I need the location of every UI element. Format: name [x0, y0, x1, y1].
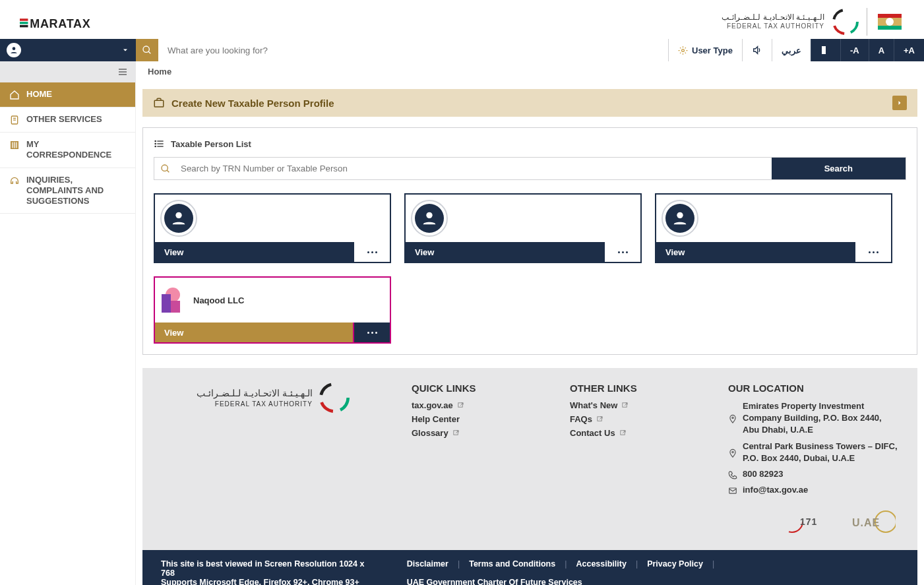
footer-link-glossary[interactable]: Glossary	[412, 428, 543, 438]
company-logo-icon	[159, 288, 184, 313]
legal-link-charter[interactable]: UAE Government Charter Of Future Service…	[407, 578, 582, 585]
sidebar-item-inquiries[interactable]: INQUIRIES, COMPLAINTS AND SUGGESTIONS	[0, 168, 135, 214]
svg-point-11	[886, 18, 894, 26]
svg-rect-9	[878, 14, 902, 18]
person-search-button[interactable]: Search	[772, 158, 906, 179]
svg-rect-2	[20, 22, 28, 24]
view-button[interactable]: View	[406, 242, 603, 262]
svg-point-30	[154, 143, 156, 145]
footer-link-faqs[interactable]: FAQs	[570, 414, 702, 424]
person-card: View	[404, 193, 642, 263]
legal-link-accessibility[interactable]: Accessibility	[576, 559, 626, 569]
legal-links: Disclaimer| Terms and Conditions| Access…	[407, 559, 899, 585]
footer-link-help[interactable]: Help Center	[412, 414, 543, 424]
avatar	[160, 200, 197, 237]
language-toggle[interactable]: عربي	[772, 39, 811, 61]
sidebar-item-other-services[interactable]: OTHER SERVICES	[0, 108, 135, 133]
svg-rect-45	[598, 417, 601, 421]
view-button[interactable]: View	[155, 323, 353, 342]
footer-other-links: OTHER LINKS What's New FAQs Contact Us	[570, 383, 702, 536]
sidebar-item-label: MY CORRESPONDENCE	[26, 139, 126, 161]
search-icon-wrap	[154, 158, 177, 179]
create-profile-go-button[interactable]	[892, 96, 907, 110]
search-icon	[142, 45, 152, 55]
svg-rect-19	[119, 71, 127, 72]
taxable-person-panel: Taxable Person List Search	[142, 127, 917, 355]
svg-rect-1	[20, 18, 28, 20]
footer: الـهـيـئـة الاتحـاديـة لـلـضـرائـب FEDER…	[142, 368, 917, 550]
speaker-icon	[752, 45, 762, 55]
footer-link-taxgov[interactable]: tax.gov.ae	[412, 400, 543, 410]
external-link-icon	[457, 402, 464, 409]
authority-name-ar: الـهـيـئـة الاتحـاديـة لـلـضـرائـب	[722, 13, 824, 22]
card-more-button[interactable]	[353, 242, 390, 262]
create-profile-bar[interactable]: Create New Taxable Person Profile	[142, 89, 917, 117]
svg-point-12	[13, 47, 16, 50]
user-type-label: User Type	[692, 46, 733, 55]
pin-icon	[728, 442, 737, 464]
person-icon	[420, 209, 439, 228]
panel-title-row: Taxable Person List	[154, 139, 906, 149]
external-link-icon	[619, 429, 627, 437]
svg-rect-27	[154, 100, 164, 107]
card-more-button[interactable]	[854, 242, 891, 262]
sidebar-item-correspondence[interactable]: MY CORRESPONDENCE	[0, 133, 135, 168]
legal-bar: This site is best viewed in Screen Resol…	[142, 550, 917, 585]
clipboard-icon	[9, 115, 20, 125]
global-search-input[interactable]	[158, 39, 668, 61]
font-increase[interactable]: +A	[894, 39, 924, 61]
footer-heading: QUICK LINKS	[412, 383, 543, 394]
person-icon	[169, 209, 188, 228]
sidebar-item-home[interactable]: HOME	[0, 82, 135, 108]
footer-heading: OTHER LINKS	[570, 383, 702, 394]
legal-link-privacy[interactable]: Privacy Policy	[647, 559, 703, 569]
email-row: info@tax.gov.ae	[728, 484, 899, 496]
footer-link-contact[interactable]: Contact Us	[570, 428, 702, 438]
building-icon	[9, 140, 20, 150]
list-icon	[154, 139, 164, 149]
legal-link-terms[interactable]: Terms and Conditions	[469, 559, 555, 569]
svg-rect-17	[826, 46, 830, 54]
view-button[interactable]: View	[155, 242, 353, 262]
more-icon	[367, 332, 377, 334]
chevron-down-icon	[121, 46, 129, 54]
svg-rect-3	[20, 25, 28, 27]
uae-emblem-icon	[875, 10, 904, 34]
svg-point-28	[154, 140, 156, 142]
footer-location: OUR LOCATION Emirates Property Investmen…	[728, 383, 899, 536]
brand-bar: إمـارات تـاكـس MARATAX الـهـيـئـة الاتحـ…	[0, 0, 924, 39]
person-search-row: Search	[154, 157, 906, 180]
svg-rect-46	[620, 431, 624, 435]
phone-row: 800 82923	[728, 468, 899, 480]
card-more-button[interactable]	[353, 323, 390, 342]
user-type-selector[interactable]: User Type	[668, 39, 742, 61]
person-search-input[interactable]	[177, 158, 772, 179]
contrast-toggle[interactable]	[811, 39, 840, 61]
font-decrease[interactable]: -A	[840, 39, 869, 61]
svg-rect-10	[878, 26, 902, 30]
uae-logo: U.AE	[846, 508, 899, 536]
location-row: Central Park Business Towers – DIFC, P.O…	[728, 441, 899, 464]
headset-icon	[9, 175, 20, 186]
create-profile-label: Create New Taxable Person Profile	[171, 98, 334, 109]
search-button[interactable]	[136, 39, 158, 61]
search-icon	[160, 164, 171, 174]
svg-point-36	[175, 212, 181, 218]
chevron-right-icon	[896, 99, 904, 107]
card-more-button[interactable]	[603, 242, 640, 262]
external-link-icon	[621, 402, 629, 409]
svg-text:U.AE: U.AE	[852, 517, 880, 528]
sidebar-toggle[interactable]	[0, 61, 136, 82]
external-link-icon	[596, 416, 603, 423]
audio-button[interactable]	[742, 39, 772, 61]
user-account-dropdown[interactable]	[0, 39, 136, 61]
emaratax-logo: إمـارات تـاكـس MARATAX	[20, 7, 139, 36]
home-icon	[9, 90, 20, 100]
legal-link-disclaimer[interactable]: Disclaimer	[407, 559, 448, 569]
fta-logo-icon	[832, 9, 859, 35]
person-name: Naqood LLC	[193, 295, 244, 305]
svg-point-38	[677, 212, 683, 218]
footer-link-whatsnew[interactable]: What's New	[570, 400, 702, 410]
view-button[interactable]: View	[656, 242, 854, 262]
font-normal[interactable]: A	[869, 39, 894, 61]
